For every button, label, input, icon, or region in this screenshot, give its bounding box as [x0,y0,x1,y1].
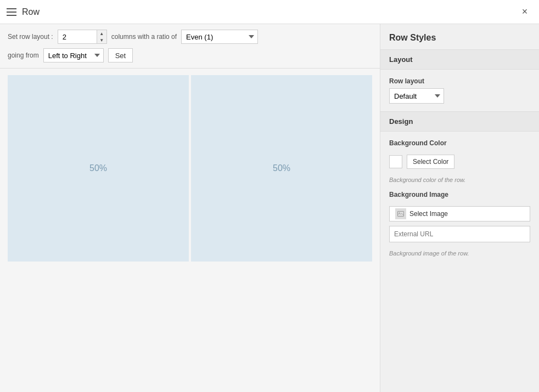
spin-down-button[interactable]: ▼ [97,37,106,43]
left-panel: Set row layout : ▲ ▼ columns with a rati… [0,24,380,392]
bg-image-label: Background Image [389,191,530,198]
bg-color-label: Background Color [389,139,530,147]
ratio-select[interactable]: Even (1) Custom [181,30,258,44]
layout-section-header: Layout [380,50,539,70]
layout-section-body: Row layout Default Contained Full Width [380,70,539,112]
right-panel: Row Styles Layout Row layout Default Con… [380,24,539,392]
image-icon [395,208,406,219]
spin-up-button[interactable]: ▲ [97,30,106,37]
row-layout-select[interactable]: Default Contained Full Width [389,88,444,104]
column-block-2: 50% [191,75,372,262]
bg-image-note: Background image of the row. [389,250,530,257]
going-from-label: going from [8,52,39,59]
bg-color-note: Background color of the row. [389,177,530,183]
bg-image-subsection: Background Image Select Image Background… [389,191,530,257]
design-section-body: Background Color Select Color Background… [380,132,539,264]
toolbar: Set row layout : ▲ ▼ columns with a rati… [0,24,380,69]
right-panel-title: Row Styles [380,24,539,50]
color-row: Select Color [389,155,530,169]
select-image-label: Select Image [409,210,448,218]
hamburger-icon[interactable] [7,8,16,16]
title-bar: Row × [0,0,539,24]
column-block-1: 50% [8,75,189,262]
title-bar-left: Row [7,7,40,17]
column-1-percentage: 50% [89,163,107,173]
columns-input-wrapper: ▲ ▼ [58,30,107,44]
color-swatch[interactable] [389,155,402,168]
bg-color-subsection: Background Color Select Color Background… [389,139,530,183]
toolbar-row-2: going from Left to Right Right to Left S… [8,48,372,63]
set-button[interactable]: Set [108,48,133,63]
design-section-header: Design [380,112,539,132]
select-color-button[interactable]: Select Color [407,155,454,169]
column-2-percentage: 50% [273,163,290,173]
columns-area: 50% 50% [0,69,380,392]
select-image-button[interactable]: Select Image [389,206,530,221]
columns-with-ratio-label: columns with a ratio of [111,33,177,41]
spin-buttons: ▲ ▼ [97,30,106,43]
set-row-layout-label: Set row layout : [8,33,53,41]
main-container: Set row layout : ▲ ▼ columns with a rati… [0,24,539,392]
page-title: Row [22,7,40,17]
direction-select[interactable]: Left to Right Right to Left [43,48,104,63]
row-layout-label: Row layout [389,77,530,85]
external-url-input[interactable] [389,226,530,242]
close-button[interactable]: × [517,4,532,20]
toolbar-row-1: Set row layout : ▲ ▼ columns with a rati… [8,30,372,44]
